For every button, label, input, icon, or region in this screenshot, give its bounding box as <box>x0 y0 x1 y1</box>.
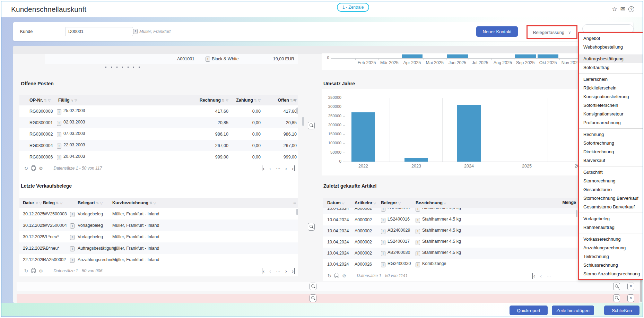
gear-icon[interactable]: ⚙ <box>39 166 43 171</box>
first-page-icon[interactable]: ‹ <box>262 165 264 171</box>
col-kurzbezeichnung[interactable]: Kurzbezeichnung⇅▽ <box>112 200 298 205</box>
gear-icon[interactable]: ⚙ <box>342 273 346 278</box>
menu-item[interactable]: Sofortlieferschein <box>579 101 643 110</box>
pagination[interactable]: ‹‹⋯›› <box>262 268 295 274</box>
first-page-icon[interactable]: ‹ <box>532 273 535 279</box>
menu-item[interactable]: Anzahlungsrechnung <box>579 243 643 252</box>
kunde-input[interactable] <box>65 27 133 36</box>
table-header[interactable]: Datum∨▽ Beleg⇅▽ Belegart⇅▽ Kurzbezeichnu… <box>19 198 298 208</box>
column-menu-icon[interactable]: ≡ <box>293 200 296 206</box>
quickreport-button[interactable]: Quickreport <box>510 306 548 315</box>
menu-item[interactable]: Gesamtstorno Barverkauf <box>579 203 643 211</box>
table-row[interactable]: 10.04.2024A000002!LS2400015!Stahlhammer … <box>323 208 578 214</box>
page-scrollbar-thumb[interactable] <box>640 276 642 302</box>
filter-icon[interactable]: ▽ <box>373 201 376 205</box>
filter-icon[interactable]: ▽ <box>48 98 51 102</box>
star-icon[interactable]: ☆ <box>612 6 617 13</box>
col-belegnr[interactable]: Belegnr▽ <box>381 200 416 205</box>
erfassung-row-error[interactable]: × <box>17 294 639 303</box>
col-belegart[interactable]: Belegart⇅▽ <box>78 200 112 205</box>
filter-icon[interactable]: ▽ <box>398 201 401 205</box>
left-pane-scrollbar-thumb[interactable] <box>302 117 304 126</box>
sort-icon[interactable]: ⇅ <box>290 98 293 102</box>
menu-item[interactable]: Direktrechnung <box>579 147 643 156</box>
sort-icon[interactable]: ⇅ <box>44 98 47 102</box>
zoom-row-button[interactable] <box>613 283 620 290</box>
table-header[interactable]: Datum▽ Artikelnr▽ Belegnr▽ Bezeichnung▽ … <box>323 198 578 208</box>
column-menu-icon[interactable]: ≡ <box>293 97 296 103</box>
prev-page-icon[interactable]: ‹ <box>269 165 271 171</box>
sort-icon[interactable]: ⇅ <box>222 98 225 102</box>
more-pages-icon[interactable]: ⋯ <box>276 268 280 274</box>
table-scrollbar-thumb[interactable] <box>576 210 577 217</box>
col-beleg[interactable]: Beleg⇅▽ <box>43 200 70 205</box>
table-row[interactable]: 30.12.2025WV2500004!VorlagebelegMüller, … <box>19 220 298 231</box>
table-row[interactable]: RG0300004!22.03.2003267,000,00267,00 <box>19 140 298 151</box>
table-header[interactable]: OP-Nr.⇅▽ Fällig∨▽ Rechnung⇅▽ Zahlung⇅▽ O… <box>19 95 298 105</box>
zoom-row-button[interactable] <box>308 223 315 231</box>
menu-item[interactable]: Rahmenauftrag <box>579 223 643 232</box>
menu-item[interactable]: Sofortrechnung <box>579 139 643 147</box>
menu-item[interactable]: Angebot <box>579 34 643 43</box>
menu-item[interactable]: Vorkasserechnung <box>579 235 643 243</box>
menu-item[interactable]: Rechnung <box>579 130 643 139</box>
menu-item[interactable]: Stornorechnung Barverkauf <box>579 194 643 203</box>
col-datum[interactable]: Datum∨▽ <box>23 200 43 205</box>
close-row-icon[interactable]: × <box>627 283 634 290</box>
next-page-icon[interactable]: › <box>285 268 287 274</box>
sort-icon[interactable]: ⇅ <box>56 201 59 205</box>
filter-icon[interactable]: ▽ <box>342 201 345 205</box>
pagination[interactable]: ‹‹⋯›› <box>262 165 295 171</box>
col-offen[interactable]: Offen⇅▽ <box>261 98 297 103</box>
print-icon[interactable] <box>334 274 339 277</box>
zoom-row-button[interactable] <box>310 283 316 290</box>
filter-icon[interactable]: ▽ <box>60 201 62 205</box>
table-scrollbar-thumb[interactable] <box>296 209 298 215</box>
menu-item[interactable]: Webshopbestellung <box>579 43 643 51</box>
table-row[interactable]: 22.12.2025RA2500002!AnzahlungsrechnungMü… <box>19 254 298 265</box>
filter-icon[interactable]: ▽ <box>100 201 103 205</box>
gear-icon[interactable]: ⚙ <box>39 268 43 274</box>
help-icon[interactable]: ? <box>628 6 634 12</box>
refresh-icon[interactable]: ↻ <box>24 166 28 171</box>
menu-item[interactable]: Stornorechnung <box>579 177 643 185</box>
belegerfassung-dropdown-button[interactable]: Belegerfassung ∨ <box>526 25 577 39</box>
table-row[interactable]: 10.04.2024A000002!AB2400030!Stahlhammer … <box>323 248 578 259</box>
neuer-kontakt-button[interactable]: Neuer Kontakt <box>476 26 518 37</box>
menu-item[interactable]: Rücklieferschein <box>579 84 643 92</box>
zoom-row-button[interactable] <box>310 294 316 302</box>
erfassung-row[interactable]: × <box>17 282 639 291</box>
filter-icon[interactable]: ▽ <box>226 98 228 102</box>
menu-item[interactable]: Proformarechnung <box>579 118 643 127</box>
filter-icon[interactable]: ▽ <box>39 201 42 205</box>
sort-chevron-icon[interactable]: ∨ <box>36 201 38 205</box>
first-page-icon[interactable]: ‹ <box>262 268 264 274</box>
menu-item-highlighted[interactable]: Auftragsbestätigung <box>579 54 643 63</box>
table-row[interactable]: RG0300001!02.03.200320,850,0020,85 <box>19 117 298 128</box>
col-datum[interactable]: Datum▽ <box>327 200 355 205</box>
artikel-preview-row[interactable]: A001001 ! Black & White 19,00 EUR <box>45 54 298 64</box>
col-artikelnr[interactable]: Artikelnr▽ <box>355 200 381 205</box>
table-row[interactable]: RG0300002!07.03.2003986,100,00986,10 <box>19 128 298 140</box>
pagination[interactable]: ‹‹⋯ <box>532 273 551 279</box>
sort-icon[interactable]: ⇅ <box>96 201 99 205</box>
filter-icon[interactable]: ▽ <box>258 98 261 102</box>
col-rechnung[interactable]: Rechnung⇅▽ <box>141 98 228 103</box>
menu-item[interactable]: Sofortauftrag <box>579 63 643 72</box>
table-row[interactable]: 10.04.2024A000002!LS2400016!Stahlhammer … <box>323 214 578 225</box>
table-row[interactable]: 29.12.2025AB*neu*!AuftragsbestätigungMül… <box>19 242 298 254</box>
table-row[interactable]: RG0300008!25.02.2003417,600,00417,60 <box>19 105 298 117</box>
col-bezeichnung[interactable]: Bezeichnung▽ <box>416 200 578 205</box>
table-row[interactable]: 30.12.2025WV2500003!VorlagebelegMüller, … <box>19 208 298 220</box>
filter-icon[interactable]: ▽ <box>444 201 446 205</box>
last-page-icon[interactable]: › <box>292 268 295 274</box>
last-page-icon[interactable]: › <box>292 165 295 171</box>
col-faellig[interactable]: Fällig∨▽ <box>54 98 141 103</box>
close-row-icon[interactable]: × <box>627 294 634 302</box>
sort-icon[interactable]: ⇅ <box>149 201 152 205</box>
col-zahlung[interactable]: Zahlung⇅▽ <box>228 98 261 103</box>
zoom-row-button[interactable] <box>308 122 315 129</box>
menu-item[interactable]: Teilrechnung <box>579 252 643 261</box>
table-row[interactable]: 10.04.2024A000026!RG2400020!Kombizange <box>323 259 578 270</box>
table-row[interactable]: 10.04.2024A000002!AB2400029!Stahlhammer … <box>323 225 578 237</box>
